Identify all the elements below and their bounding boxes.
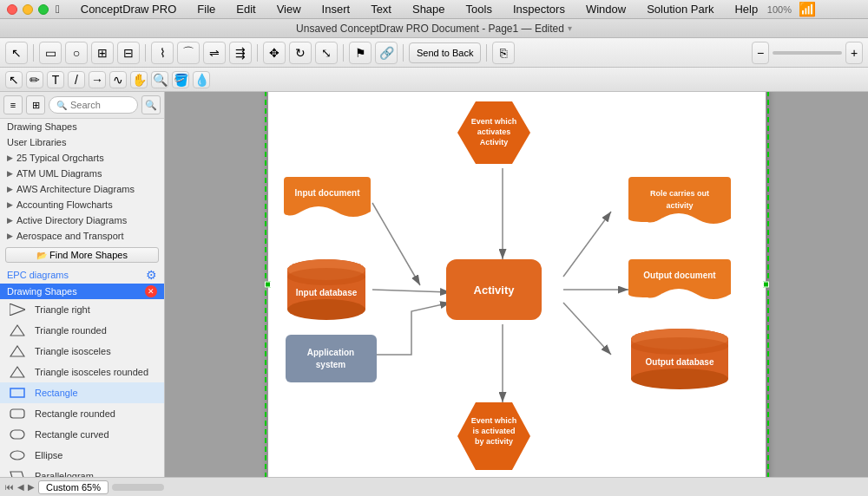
page-scroll-bar[interactable] xyxy=(112,484,164,491)
sidebar-item-active-directory[interactable]: ▶ Active Directory Diagrams xyxy=(0,212,164,228)
flag-tool-btn[interactable]: ⚑ xyxy=(349,42,372,64)
menu-help[interactable]: Help xyxy=(731,1,761,17)
page-next-btn[interactable]: ▶ xyxy=(28,482,35,492)
sidebar-item-label: Active Directory Diagrams xyxy=(16,215,127,225)
menu-app-name[interactable]: ConceptDraw PRO xyxy=(77,1,181,17)
activity-shape[interactable]: Activity xyxy=(446,259,542,320)
handle-mr[interactable] xyxy=(763,282,769,288)
menu-view[interactable]: View xyxy=(273,1,305,17)
svg-text:Application: Application xyxy=(306,348,353,357)
menu-window[interactable]: Window xyxy=(582,1,629,17)
page-prev-btn[interactable]: ◀ xyxy=(17,482,24,492)
svg-point-38 xyxy=(631,369,728,389)
epc-diagrams-category[interactable]: EPC diagrams ⚙ xyxy=(0,266,164,284)
menu-text[interactable]: Text xyxy=(367,1,395,17)
select-tool-btn[interactable]: ↖ xyxy=(5,42,28,64)
curve-tool-btn[interactable]: ⌒ xyxy=(177,42,200,64)
close-badge[interactable]: ✕ xyxy=(145,285,157,297)
event-bottom-shape[interactable]: Event which is activated by activity xyxy=(457,402,530,470)
link-tool-btn[interactable]: 🔗 xyxy=(375,42,398,64)
output-database-shape[interactable]: Output database xyxy=(631,329,728,392)
close-button[interactable] xyxy=(7,4,17,15)
svg-marker-0 xyxy=(10,303,25,316)
diagram-canvas[interactable]: Event which activates Activity Input doc… xyxy=(267,92,766,477)
shape-triangle-right[interactable]: Triangle right xyxy=(0,299,164,320)
sidebar-grid-view-btn[interactable]: ⊞ xyxy=(26,95,45,114)
table-tool-btn[interactable]: ⊟ xyxy=(117,42,140,64)
shape-parallelogram[interactable]: Parallelogram xyxy=(0,466,164,477)
svg-rect-6 xyxy=(10,430,24,439)
input-database-shape[interactable]: Input database xyxy=(287,259,365,320)
sidebar-item-aws[interactable]: ▶ AWS Architecture Diagrams xyxy=(0,181,164,197)
drawing-shapes-category[interactable]: Drawing Shapes ✕ xyxy=(0,284,164,299)
shape-triangle-iso-rounded[interactable]: Triangle isosceles rounded xyxy=(0,362,164,382)
bezier-btn[interactable]: ∿ xyxy=(109,71,127,88)
text-btn[interactable]: T xyxy=(47,71,64,88)
sidebar-item-user-libraries[interactable]: User Libraries xyxy=(0,134,164,150)
search-input[interactable] xyxy=(70,100,130,110)
menu-file[interactable]: File xyxy=(194,1,219,17)
move-tool-btn[interactable]: ✥ xyxy=(263,42,286,64)
zoom-in-btn[interactable]: + xyxy=(845,42,863,64)
fill-btn[interactable]: 🪣 xyxy=(172,71,189,88)
sidebar-item-uml[interactable]: ▶ ATM UML Diagrams xyxy=(0,166,164,181)
sidebar-item-aerospace[interactable]: ▶ Aerospace and Transport xyxy=(0,228,164,244)
menu-inspectors[interactable]: Inspectors xyxy=(510,1,569,17)
line-tool-btn[interactable]: ⌇ xyxy=(151,42,174,64)
document-title-bar: Unsaved ConceptDraw PRO Document - Page1… xyxy=(0,19,868,38)
shape-triangle-rounded[interactable]: Triangle rounded xyxy=(0,320,164,341)
pencil-btn[interactable]: ✏ xyxy=(26,71,43,88)
svg-marker-3 xyxy=(10,367,24,377)
zoom-out-btn[interactable]: − xyxy=(752,42,769,64)
app-system-shape[interactable]: Application system xyxy=(286,335,377,382)
send-to-back-button[interactable]: Send to Back xyxy=(409,42,481,63)
zoom-btn[interactable]: 🔍 xyxy=(151,71,168,88)
menu-edit[interactable]: Edit xyxy=(233,1,259,17)
epc-settings-icon[interactable]: ⚙ xyxy=(146,268,157,282)
line-btn[interactable]: / xyxy=(68,71,85,88)
shape-triangle-isosceles[interactable]: Triangle isosceles xyxy=(0,341,164,362)
shape-ellipse[interactable]: Ellipse xyxy=(0,445,164,466)
title-bar:  ConceptDraw PRO File Edit View Insert … xyxy=(0,0,868,19)
handle-ml[interactable] xyxy=(265,282,271,288)
rotate-tool-btn[interactable]: ↻ xyxy=(289,42,312,64)
canvas-area[interactable]: Event which activates Activity Input doc… xyxy=(165,92,868,477)
grid-tool-btn[interactable]: ⊞ xyxy=(91,42,114,64)
menu-shape[interactable]: Shape xyxy=(409,1,449,17)
connect-tool-btn[interactable]: ⇌ xyxy=(203,42,226,64)
sidebar-item-orgcharts[interactable]: ▶ 25 Typical Orgcharts xyxy=(0,150,164,166)
find-more-shapes-button[interactable]: 📂 Find More Shapes xyxy=(5,247,159,263)
circle-tool-btn[interactable]: ○ xyxy=(65,42,88,64)
sidebar-item-accounting[interactable]: ▶ Accounting Flowcharts xyxy=(0,197,164,212)
event-top-shape[interactable]: Event which activates Activity xyxy=(457,101,530,164)
shape-rect-rounded[interactable]: Rectangle rounded xyxy=(0,403,164,424)
sidebar-item-drawing-shapes[interactable]: Drawing Shapes xyxy=(0,119,164,134)
menu-tools[interactable]: Tools xyxy=(463,1,496,17)
svg-line-15 xyxy=(563,303,611,355)
page-scroll-left-btn[interactable]: ⏮ xyxy=(5,482,14,492)
minimize-button[interactable] xyxy=(23,4,33,15)
svg-text:by activity: by activity xyxy=(474,437,512,446)
scale-tool-btn[interactable]: ⤡ xyxy=(315,42,338,64)
zoom-slider[interactable] xyxy=(773,51,842,55)
menu-apple[interactable]:  xyxy=(52,1,63,17)
export-btn[interactable]: ⎘ xyxy=(492,42,515,64)
maximize-button[interactable] xyxy=(38,4,49,15)
menu-solution-park[interactable]: Solution Park xyxy=(643,1,717,17)
sidebar-search-btn[interactable]: 🔍 xyxy=(141,95,161,114)
rect-tool-btn[interactable]: ▭ xyxy=(39,42,62,64)
multi-tool-btn[interactable]: ⇶ xyxy=(229,42,252,64)
hand-btn[interactable]: ✋ xyxy=(130,71,148,88)
role-shape[interactable]: Role carries out activity xyxy=(628,177,731,225)
eyedrop-btn[interactable]: 💧 xyxy=(193,71,210,88)
shape-rectangle[interactable]: Rectangle xyxy=(0,382,164,403)
input-document-shape[interactable]: Input document xyxy=(284,177,371,219)
output-document-shape[interactable]: Output document xyxy=(628,259,731,301)
arrow-btn[interactable]: → xyxy=(89,71,106,88)
pointer-btn[interactable]: ↖ xyxy=(5,71,23,88)
svg-marker-42 xyxy=(457,402,530,470)
shape-rect-curved[interactable]: Rectangle curved xyxy=(0,424,164,445)
page-indicator[interactable]: Custom 65% xyxy=(38,480,108,494)
sidebar-list-view-btn[interactable]: ≡ xyxy=(3,95,23,114)
menu-insert[interactable]: Insert xyxy=(319,1,354,17)
